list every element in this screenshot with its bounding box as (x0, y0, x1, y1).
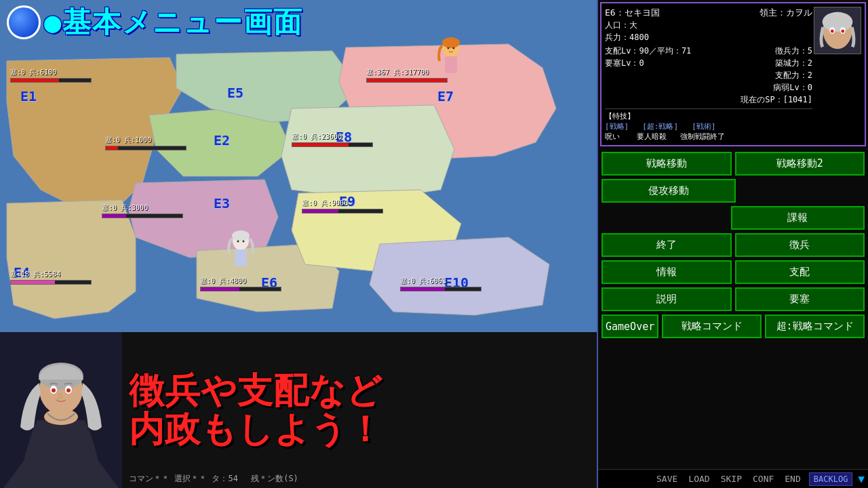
load-btn[interactable]: LOAD (686, 472, 712, 485)
e1-bar: 塞:0 兵:6100 (10, 68, 92, 83)
info-sp: 現在のSP：[1041] (605, 94, 812, 106)
svg-point-5 (453, 47, 455, 49)
info-population: 人口：大 (605, 20, 812, 31)
skills-section: 【特技】 [戦略] [超:戦略] [戦術] 呪い 要人暗殺 強制戦闘終了 (605, 108, 812, 142)
svg-point-4 (448, 47, 450, 49)
save-btn[interactable]: SAVE (654, 472, 680, 485)
e4-bar: 塞:18 兵:5584 (10, 270, 92, 285)
char-portrait-small (814, 7, 861, 54)
info-stats-grid: 支配Lv：90／平均：71 徴兵力：5 要塞Lv：0 築城力：2 支配力：2 病… (605, 45, 812, 106)
message-area: 徴兵や支配など内政もしよう！ コマン＊＊ 選択＊＊ タ：54 残＊ン数(S) (122, 332, 597, 488)
scroll-down-btn[interactable]: ▼ (858, 472, 865, 485)
dominate-btn[interactable]: 支配 (735, 260, 865, 284)
conscript-btn[interactable]: 徴兵 (735, 233, 865, 257)
backlog-btn[interactable]: BACKLOG (809, 472, 853, 486)
btn-row-7: GameOver 戦略コマンド 超:戦略コマンド (601, 314, 865, 338)
svg-rect-3 (445, 56, 457, 73)
conf-btn[interactable]: CONF (750, 472, 776, 485)
explain-btn[interactable]: 説明 (601, 287, 732, 311)
map-char-e6 (224, 230, 258, 278)
e2-bar: 塞:0 兵:1000 (105, 136, 186, 150)
svg-rect-8 (235, 249, 247, 266)
title-text: ●基本メニュー画面 (44, 3, 303, 41)
e9-bar: 塞:0 兵:9000 (302, 199, 383, 214)
svg-point-18 (66, 388, 71, 392)
info-dompower: 支配力：2 (712, 70, 812, 81)
skills-header: 【特技】 (605, 111, 812, 121)
svg-point-2 (442, 37, 460, 48)
btn-row-5: 情報 支配 (601, 260, 865, 284)
title-circle (7, 5, 41, 39)
end-btn[interactable]: 終了 (601, 233, 732, 257)
btn-row-3: 課報 (601, 206, 865, 230)
info-fortlv: 要塞Lv：0 (605, 58, 705, 69)
strategic-move-btn[interactable]: 戦略移動 (601, 152, 732, 176)
info-left: E6：セキヨ国 領主：カヲル 人口：大 兵力：4800 支配Lv：90／平均：7… (605, 7, 812, 142)
title-overlay: ●基本メニュー画面 (7, 3, 303, 41)
info-territory: E6：セキヨ国 (605, 7, 660, 19)
bottom-area: 徴兵や支配など内政もしよう！ コマン＊＊ 選択＊＊ タ：54 残＊ン数(S) (0, 332, 597, 488)
svg-point-17 (52, 388, 56, 392)
skip-btn[interactable]: SKIP (718, 472, 745, 485)
btn-row-6: 説明 要塞 (601, 287, 865, 311)
strategic-move2-btn[interactable]: 戦略移動2 (735, 152, 865, 176)
end-bar-btn[interactable]: END (782, 472, 803, 485)
e6-bar: 塞:0 兵:4800 (200, 277, 281, 291)
info-fortpower: 築城力：2 (712, 58, 812, 69)
svg-point-10 (243, 241, 245, 243)
command-status: コマン＊＊ 選択＊＊ タ：54 残＊ン数(S) (129, 473, 298, 485)
intelligence-btn[interactable]: 課報 (731, 206, 865, 230)
e8-bar: 塞:0 兵:23600 (292, 132, 373, 147)
skills-labels-row: [戦略] [超:戦略] [戦術] (605, 121, 812, 131)
info-ruler: 領主：カヲル (760, 7, 812, 19)
info-troops: 兵力：4800 (605, 32, 812, 43)
svg-point-21 (823, 12, 853, 32)
e10-bar: 塞:0 兵:6063 (400, 277, 481, 291)
map-char-e7 (434, 37, 468, 85)
svg-point-7 (232, 230, 250, 241)
info-domlv: 支配Lv：90／平均：71 (605, 45, 705, 57)
map-area: E1 E2 E3 E4 E5 E6 E7 E8 E9 E10 塞:0 兵:610… (0, 0, 597, 332)
info-portrait-area (814, 7, 861, 142)
invasion-move-btn[interactable]: 侵攻移動 (601, 179, 736, 203)
super-strat-cmd-btn[interactable]: 超:戦略コマンド (765, 314, 865, 338)
svg-point-25 (841, 30, 844, 33)
e3-bar: 塞:0 兵:3000 (102, 203, 183, 218)
right-panel: E6：セキヨ国 領主：カヲル 人口：大 兵力：4800 支配Lv：90／平均：7… (597, 0, 868, 488)
skills-items-row: 呪い 要人暗殺 強制戦闘終了 (605, 131, 812, 142)
strat-cmd-btn[interactable]: 戦略コマンド (662, 314, 762, 338)
fort-btn[interactable]: 要塞 (735, 287, 865, 311)
portrait-char (0, 332, 122, 488)
bottom-bar: SAVE LOAD SKIP CONF END BACKLOG ▼ (598, 469, 868, 488)
info-weaklv: 病弱Lv：0 (712, 82, 812, 94)
buttons-area: 戦略移動 戦略移動2 侵攻移動 課報 終了 徴兵 情報 支配 説明 要塞 Gam… (598, 148, 868, 469)
info-conscript: 徴兵力：5 (712, 45, 812, 57)
info-panel: E6：セキヨ国 領主：カヲル 人口：大 兵力：4800 支配Lv：90／平均：7… (600, 2, 866, 146)
svg-point-24 (831, 30, 834, 33)
portrait-area (0, 332, 122, 488)
btn-row-1: 戦略移動 戦略移動2 (601, 152, 865, 176)
btn-row-4: 終了 徴兵 (601, 233, 865, 257)
info-btn[interactable]: 情報 (601, 260, 732, 284)
btn-row-2: 侵攻移動 (601, 179, 865, 203)
svg-point-9 (237, 241, 239, 243)
big-text: 徴兵や支配など内政もしよう！ (129, 371, 590, 449)
gameover-btn[interactable]: GameOver (601, 314, 658, 338)
